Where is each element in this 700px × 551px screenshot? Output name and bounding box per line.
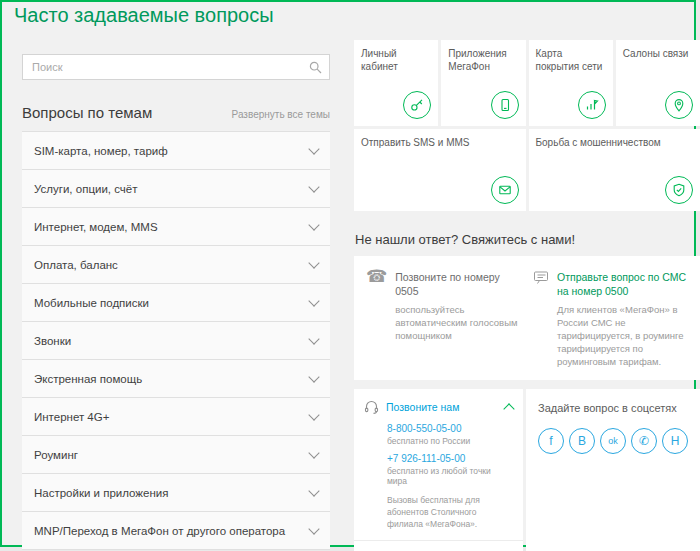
- faq-page: Часто задаваемые вопросы Вопросы по тема…: [0, 0, 696, 547]
- tile-label: Салоны связи: [623, 47, 693, 60]
- tile-stores[interactable]: Салоны связи: [616, 40, 700, 126]
- call-us-box: Позвоните нам 8-800-550-05-00 бесплатно …: [354, 389, 523, 551]
- write-letter-link[interactable]: ✉ Напишите нам письмо: [354, 540, 523, 551]
- phone-note: бесплатно из любой точки мира: [387, 466, 513, 486]
- topic-row-settings-apps[interactable]: Настройки и приложения: [22, 474, 330, 512]
- contact-panel: ☎ Позвоните по номеру 0505 воспользуйтес…: [354, 256, 700, 380]
- search-box: [22, 54, 330, 80]
- chevron-down-icon: [308, 333, 319, 344]
- odnoklassniki-icon[interactable]: ok: [600, 428, 626, 454]
- topics-header: Вопросы по темам Развернуть все темы: [22, 104, 330, 121]
- sms-bubble-icon: [533, 270, 549, 285]
- topic-row-sim-card[interactable]: SIM-карта, номер, тариф: [22, 132, 330, 170]
- key-icon: [403, 91, 431, 119]
- chevron-down-icon: [308, 257, 319, 268]
- topics-column: Вопросы по темам Развернуть все темы SIM…: [22, 54, 330, 550]
- topic-list: SIM-карта, номер, тариф Услуги, опции, с…: [22, 131, 330, 550]
- viber-icon[interactable]: ✆: [631, 428, 657, 454]
- call-us-note: Вызовы бесплатны для абонентов Столичног…: [387, 493, 513, 531]
- chevron-down-icon: [308, 143, 319, 154]
- topic-row-subscriptions[interactable]: Мобильные подписки: [22, 284, 330, 322]
- chevron-down-icon: [308, 523, 319, 534]
- call-us-body: 8-800-550-05-00 бесплатно по России +7 9…: [354, 423, 523, 540]
- facebook-icon[interactable]: f: [538, 428, 564, 454]
- tile-send-sms-mms[interactable]: Отправить SMS и MMS: [354, 129, 526, 211]
- contact-call-title: Позвоните по номеру 0505: [395, 270, 523, 298]
- search-input[interactable]: [23, 55, 329, 79]
- envelope-icon: [491, 176, 519, 204]
- topic-row-services[interactable]: Услуги, опции, счёт: [22, 170, 330, 208]
- contact-call-text: Позвоните по номеру 0505 воспользуйтесь …: [395, 270, 523, 343]
- contact-sms-text: Отправьте вопрос по СМС на номер 0500 Дл…: [557, 270, 690, 368]
- contact-sms-title: Отправьте вопрос по СМС на номер 0500: [557, 270, 690, 298]
- call-us-title: Позвоните нам: [386, 401, 459, 413]
- topic-label: Услуги, опции, счёт: [34, 183, 137, 195]
- page-title: Часто задаваемые вопросы: [14, 4, 274, 27]
- chevron-down-icon: [308, 409, 319, 420]
- phone-link-moscow[interactable]: +7 926-111-05-00: [387, 453, 513, 464]
- tile-label: Борьба с мошенничеством: [536, 136, 694, 149]
- vk-icon[interactable]: B: [569, 428, 595, 454]
- tile-label: Приложения МегаФон: [448, 47, 518, 73]
- chevron-down-icon: [308, 371, 319, 382]
- tiles-row-1: Личный кабинет Приложения МегаФон Карта …: [354, 40, 700, 126]
- habr-icon[interactable]: H: [662, 428, 688, 454]
- contact-call-description: воспользуйтесь автоматическим голосовым …: [395, 304, 523, 342]
- topic-label: Экстренная помощь: [34, 373, 142, 385]
- topic-row-internet-4g[interactable]: Интернет 4G+: [22, 398, 330, 436]
- tile-label: Отправить SMS и MMS: [361, 136, 519, 149]
- call-us-toggle[interactable]: Позвоните нам: [354, 389, 523, 423]
- contact-call-0505: ☎ Позвоните по номеру 0505 воспользуйтес…: [366, 270, 523, 368]
- chevron-down-icon: [308, 181, 319, 192]
- topic-label: Звонки: [34, 335, 71, 347]
- tile-anti-fraud[interactable]: Борьба с мошенничеством: [529, 129, 700, 211]
- topics-heading: Вопросы по темам: [22, 104, 152, 121]
- phone-note: бесплатно по России: [387, 436, 513, 446]
- phone-icon: ☎: [366, 268, 387, 285]
- topic-row-roaming[interactable]: Роуминг: [22, 436, 330, 474]
- topic-row-emergency[interactable]: Экстренная помощь: [22, 360, 330, 398]
- search-icon[interactable]: [309, 61, 322, 74]
- phone-link-8800[interactable]: 8-800-550-05-00: [387, 423, 513, 434]
- topic-label: SIM-карта, номер, тариф: [34, 145, 168, 157]
- contact-sms-0500: Отправьте вопрос по СМС на номер 0500 Дл…: [533, 270, 690, 368]
- chevron-down-icon: [308, 219, 319, 230]
- contact-heading: Не нашли ответ? Свяжитесь с нами!: [355, 232, 700, 247]
- tile-personal-cabinet[interactable]: Личный кабинет: [354, 40, 438, 126]
- coverage-chart-icon: [578, 91, 606, 119]
- social-row: f B ok ✆ H: [538, 428, 688, 454]
- social-box: Задайте вопрос в соцсетях f B ok ✆ H: [526, 389, 700, 551]
- shield-icon: [665, 176, 693, 204]
- tile-coverage-map[interactable]: Карта покрытия сети: [529, 40, 613, 126]
- location-pin-icon: [665, 91, 693, 119]
- topic-label: Интернет 4G+: [34, 411, 109, 423]
- topic-label: MNP/Переход в МегаФон от другого операто…: [34, 525, 285, 537]
- chevron-down-icon: [308, 295, 319, 306]
- tile-label: Карта покрытия сети: [536, 47, 606, 73]
- topic-label: Мобильные подписки: [34, 297, 149, 309]
- topic-label: Настройки и приложения: [34, 487, 168, 499]
- quick-links-column: Личный кабинет Приложения МегаФон Карта …: [354, 40, 700, 551]
- contact-bottom-section: Позвоните нам 8-800-550-05-00 бесплатно …: [354, 389, 700, 551]
- topic-label: Оплата, баланс: [34, 259, 118, 271]
- topic-label: Интернет, модем, MMS: [34, 221, 158, 233]
- topic-row-mnp[interactable]: MNP/Переход в МегаФон от другого операто…: [22, 512, 330, 550]
- tiles-row-2: Отправить SMS и MMS Борьба с мошенничест…: [354, 129, 700, 211]
- chevron-up-icon: [503, 404, 514, 415]
- topic-label: Роуминг: [34, 449, 78, 461]
- chevron-down-icon: [308, 485, 319, 496]
- topic-row-payment[interactable]: Оплата, баланс: [22, 246, 330, 284]
- expand-all-link[interactable]: Развернуть все темы: [232, 109, 330, 120]
- tile-label: Личный кабинет: [361, 47, 431, 73]
- topic-row-internet-modem[interactable]: Интернет, модем, MMS: [22, 208, 330, 246]
- contact-sms-description: Для клиентов «МегаФон» в России СМС не т…: [557, 304, 690, 368]
- tile-megafon-apps[interactable]: Приложения МегаФон: [441, 40, 525, 126]
- chevron-down-icon: [308, 447, 319, 458]
- topic-row-calls[interactable]: Звонки: [22, 322, 330, 360]
- social-title: Задайте вопрос в соцсетях: [538, 402, 688, 414]
- headset-icon: [364, 400, 379, 414]
- mobile-app-icon: [491, 91, 519, 119]
